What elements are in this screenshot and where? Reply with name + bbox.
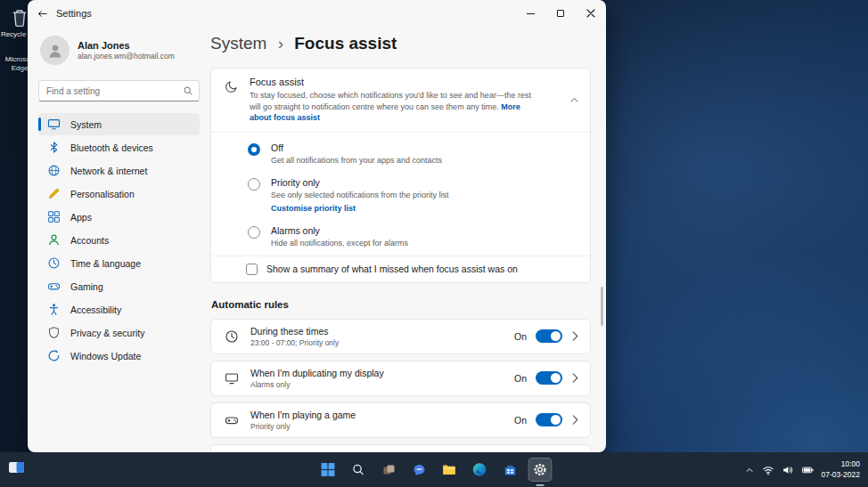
focus-options: Off Get all notifications from your apps… bbox=[211, 132, 590, 256]
sidebar-item-windows-update[interactable]: Windows Update bbox=[38, 345, 200, 367]
rule-subtitle: 23:00 - 07:00; Priority only bbox=[250, 338, 339, 347]
rule-during-these-times[interactable]: During these times 23:00 - 07:00; Priori… bbox=[210, 319, 591, 354]
sidebar-item-apps[interactable]: Apps bbox=[38, 206, 200, 228]
sidebar-item-system[interactable]: System bbox=[38, 113, 200, 135]
sidebar-item-label: Privacy & security bbox=[70, 328, 144, 338]
edge-button[interactable] bbox=[468, 458, 492, 482]
search-input[interactable] bbox=[38, 80, 200, 101]
sidebar-item-label: Personalisation bbox=[70, 189, 135, 199]
sidebar-item-bluetooth-devices[interactable]: Bluetooth & devices bbox=[38, 136, 200, 158]
sidebar-item-label: Gaming bbox=[70, 281, 103, 292]
sidebar-item-label: Windows Update bbox=[70, 351, 141, 361]
file-explorer-button[interactable] bbox=[438, 458, 462, 482]
sidebar-item-label: Accessibility bbox=[70, 304, 121, 315]
focus-assist-header[interactable]: Focus assist To stay focused, choose whi… bbox=[211, 69, 590, 132]
network-icon[interactable] bbox=[762, 464, 774, 476]
sidebar-item-gaming[interactable]: Gaming bbox=[38, 275, 200, 297]
maximize-button[interactable] bbox=[545, 0, 576, 27]
taskbar-center bbox=[316, 452, 553, 487]
tray-chevron-up-icon[interactable] bbox=[744, 465, 755, 475]
account-row[interactable]: Alan Jones alan.jones.wm@hotmail.com bbox=[38, 32, 200, 69]
main-content: System › Focus assist Focus assist To st… bbox=[210, 27, 606, 452]
rule-toggle[interactable] bbox=[536, 371, 562, 385]
back-button[interactable] bbox=[28, 0, 56, 27]
taskbar: 10:00 07-03-2022 bbox=[0, 452, 868, 487]
chat-button[interactable] bbox=[407, 458, 431, 482]
summary-checkbox[interactable] bbox=[246, 264, 258, 275]
close-button[interactable] bbox=[576, 0, 606, 27]
update-arrows-icon bbox=[47, 349, 61, 362]
chevron-right-icon bbox=[571, 331, 579, 341]
desktop: Recycle Bin Microsoft Edge Settings bbox=[0, 0, 868, 487]
radio-off[interactable] bbox=[248, 143, 260, 156]
chevron-up-icon[interactable] bbox=[569, 95, 579, 105]
rule-duplicating-display[interactable]: When I'm duplicating my display Alarms o… bbox=[210, 361, 591, 396]
option-label: Off bbox=[271, 142, 442, 153]
battery-icon[interactable] bbox=[801, 464, 815, 476]
window-title: Settings bbox=[56, 8, 92, 19]
minimize-button[interactable] bbox=[515, 0, 545, 27]
recycle-bin-icon bbox=[10, 7, 29, 28]
toggle-state-label: On bbox=[514, 373, 527, 384]
task-view-icon bbox=[381, 463, 396, 477]
breadcrumb: System › Focus assist bbox=[210, 34, 591, 53]
sidebar: Alan Jones alan.jones.wm@hotmail.com Sys… bbox=[28, 27, 210, 452]
sidebar-item-time-language[interactable]: Time & language bbox=[38, 252, 200, 274]
toggle-knob bbox=[551, 373, 561, 383]
taskbar-search-button[interactable] bbox=[347, 458, 371, 482]
clock-icon bbox=[47, 256, 61, 270]
option-priority-only[interactable]: Priority only See only selected notifica… bbox=[211, 171, 590, 219]
taskbar-clock[interactable]: 10:00 07-03-2022 bbox=[822, 459, 860, 479]
breadcrumb-parent[interactable]: System bbox=[210, 34, 266, 53]
option-off[interactable]: Off Get all notifications from your apps… bbox=[211, 136, 590, 171]
rule-title: During these times bbox=[250, 326, 339, 337]
rule-toggle[interactable] bbox=[536, 329, 562, 343]
sidebar-item-label: Bluetooth & devices bbox=[70, 142, 153, 153]
toggle-knob bbox=[551, 331, 561, 341]
sidebar-item-personalisation[interactable]: Personalisation bbox=[38, 183, 200, 205]
clock-icon bbox=[225, 329, 239, 344]
store-icon bbox=[503, 463, 517, 477]
sidebar-item-accessibility[interactable]: Accessibility bbox=[38, 298, 200, 321]
globe-icon bbox=[47, 164, 61, 177]
sidebar-item-label: Network & internet bbox=[70, 166, 147, 176]
sidebar-item-label: Time & language bbox=[70, 258, 141, 269]
radio-priority-only[interactable] bbox=[248, 178, 260, 191]
rule-toggle[interactable] bbox=[536, 413, 562, 426]
minimize-icon bbox=[527, 13, 535, 14]
focus-assist-card: Focus assist To stay focused, choose whi… bbox=[210, 68, 591, 283]
sidebar-item-privacy-security[interactable]: Privacy & security bbox=[38, 321, 200, 344]
bluetooth-icon bbox=[47, 141, 61, 154]
rule-title: When I'm duplicating my display bbox=[250, 368, 384, 378]
sidebar-nav: System Bluetooth & devices Network & int… bbox=[38, 113, 200, 367]
widgets-icon[interactable] bbox=[8, 460, 25, 478]
volume-icon[interactable] bbox=[782, 464, 794, 476]
rule-fullscreen-app[interactable]: When I'm using an app in full screen mod… bbox=[210, 444, 591, 452]
radio-alarms-only[interactable] bbox=[248, 226, 260, 239]
scrollbar-thumb[interactable] bbox=[601, 287, 603, 326]
toggle-state-label: On bbox=[514, 415, 527, 426]
account-name: Alan Jones bbox=[78, 40, 175, 51]
windows-logo-icon bbox=[321, 462, 336, 477]
summary-checkbox-row[interactable]: Show a summary of what I missed when foc… bbox=[211, 256, 590, 282]
sidebar-item-accounts[interactable]: Accounts bbox=[38, 229, 200, 251]
settings-app-button[interactable] bbox=[528, 458, 553, 482]
system-tray: 10:00 07-03-2022 bbox=[744, 452, 860, 487]
customise-priority-list-link[interactable]: Customise priority list bbox=[271, 204, 449, 213]
edge-icon bbox=[472, 462, 487, 477]
gear-icon bbox=[533, 462, 548, 477]
rule-playing-game[interactable]: When I'm playing a game Priority only On bbox=[210, 402, 591, 438]
store-button[interactable] bbox=[498, 458, 522, 482]
start-button[interactable] bbox=[316, 458, 340, 482]
option-alarms-only[interactable]: Alarms only Hide all notifications, exce… bbox=[211, 219, 590, 254]
option-description: Get all notifications from your apps and… bbox=[271, 156, 442, 165]
task-view-button[interactable] bbox=[377, 458, 401, 482]
sidebar-item-network-internet[interactable]: Network & internet bbox=[38, 159, 200, 182]
option-description: See only selected notifications from the… bbox=[271, 191, 449, 199]
clock-date: 07-03-2022 bbox=[822, 470, 860, 480]
apps-grid-icon bbox=[47, 210, 61, 223]
titlebar: Settings bbox=[28, 0, 606, 27]
option-label: Alarms only bbox=[271, 225, 408, 236]
focus-assist-description: To stay focused, choose which notificati… bbox=[250, 90, 544, 124]
rule-subtitle: Alarms only bbox=[250, 380, 384, 389]
